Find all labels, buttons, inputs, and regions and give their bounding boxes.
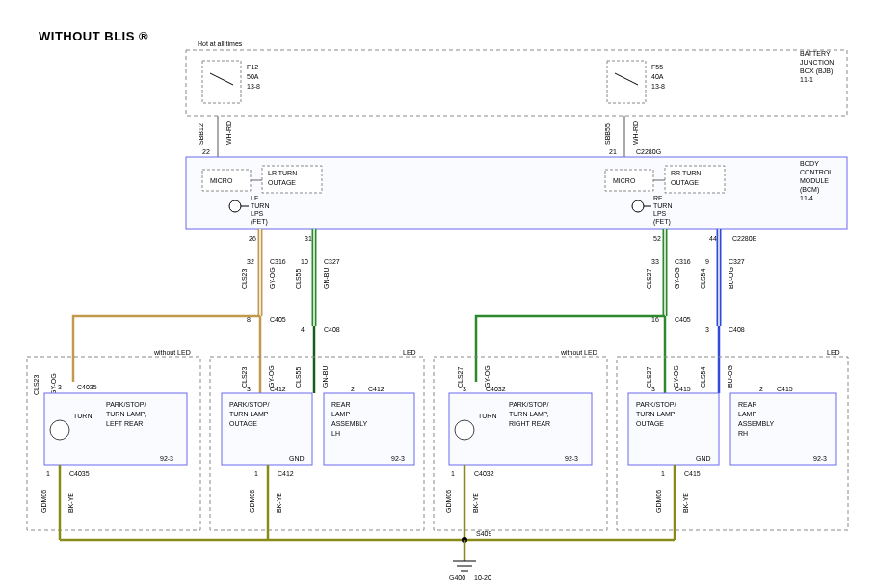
svg-text:GDM06: GDM06 xyxy=(445,490,452,513)
svg-text:32: 32 xyxy=(247,258,254,265)
svg-text:PARK/STOP/: PARK/STOP/ xyxy=(509,401,548,408)
svg-point-26 xyxy=(229,200,241,212)
svg-text:BU-OG: BU-OG xyxy=(728,267,734,289)
svg-text:CLS54: CLS54 xyxy=(700,268,706,289)
svg-text:LED: LED xyxy=(827,349,840,356)
svg-text:GN-BU: GN-BU xyxy=(322,365,329,388)
svg-text:TURN LAMP: TURN LAMP xyxy=(229,411,269,417)
svg-text:RF: RF xyxy=(653,195,662,201)
svg-text:LAMP: LAMP xyxy=(331,411,350,417)
svg-text:C2280E: C2280E xyxy=(732,235,757,242)
svg-text:OUTAGE: OUTAGE xyxy=(268,179,296,186)
svg-text:CONTROL: CONTROL xyxy=(800,169,833,175)
svg-text:PARK/STOP/: PARK/STOP/ xyxy=(229,401,269,408)
svg-text:TURN LAMP,: TURN LAMP, xyxy=(106,411,146,417)
svg-text:RR TURN: RR TURN xyxy=(671,170,701,176)
wire-cls55-top: CLS55 GN-BU 10 C327 4 C408 xyxy=(295,229,340,333)
svg-text:50A: 50A xyxy=(247,73,259,80)
svg-text:CLS23: CLS23 xyxy=(241,268,248,289)
zone-b: LED CLS23 GY-OG 3 C412 PARK/STOP/ TURN L… xyxy=(210,349,424,540)
bjb-label-1: BATTERY xyxy=(800,50,831,57)
svg-text:22: 22 xyxy=(202,148,210,155)
bjb-outline xyxy=(186,50,847,116)
svg-text:C412: C412 xyxy=(368,386,384,392)
svg-text:C415: C415 xyxy=(777,386,793,392)
svg-text:40A: 40A xyxy=(651,73,664,80)
svg-text:MICRO: MICRO xyxy=(613,177,636,184)
svg-text:13-8: 13-8 xyxy=(651,83,665,90)
svg-text:GDM06: GDM06 xyxy=(655,490,662,513)
hot-note: Hot at all times xyxy=(198,40,243,47)
svg-text:C316: C316 xyxy=(270,258,286,265)
svg-text:C415: C415 xyxy=(675,386,691,392)
svg-text:LF: LF xyxy=(251,195,258,201)
svg-text:GND: GND xyxy=(289,455,305,462)
svg-text:OUTAGE: OUTAGE xyxy=(636,420,664,427)
svg-text:C405: C405 xyxy=(675,316,691,323)
svg-text:TURN: TURN xyxy=(478,413,496,419)
w-sbb12-c: WH-RD xyxy=(225,121,232,145)
svg-point-91 xyxy=(50,420,69,440)
svg-text:GY-OG: GY-OG xyxy=(674,267,680,289)
svg-text:13-8: 13-8 xyxy=(247,83,260,90)
svg-rect-0 xyxy=(202,61,241,103)
svg-text:C327: C327 xyxy=(729,258,745,265)
svg-text:(FET): (FET) xyxy=(251,218,268,226)
svg-text:92-3: 92-3 xyxy=(813,455,827,462)
svg-text:MODULE: MODULE xyxy=(800,177,829,184)
wire-cls23-top: CLS23 GY-OG 32 C316 8 C405 xyxy=(241,229,286,323)
svg-text:without LED: without LED xyxy=(560,349,597,356)
svg-text:CLS27: CLS27 xyxy=(646,268,652,289)
svg-text:F12: F12 xyxy=(247,64,258,70)
svg-text:GY-OG: GY-OG xyxy=(673,365,679,388)
svg-text:3: 3 xyxy=(705,326,709,333)
bjb-label-3: BOX (BJB) xyxy=(800,67,833,75)
bjb-ref: 11-1 xyxy=(800,76,813,83)
svg-text:C408: C408 xyxy=(324,326,340,333)
svg-text:C412: C412 xyxy=(270,386,286,392)
svg-text:GDM06: GDM06 xyxy=(40,490,47,513)
svg-text:C4032: C4032 xyxy=(474,470,494,477)
svg-text:C316: C316 xyxy=(675,258,691,265)
w-sbb55: SBB55 xyxy=(604,123,611,145)
svg-text:OUTAGE: OUTAGE xyxy=(671,179,699,186)
svg-point-38 xyxy=(632,200,644,212)
svg-text:92-3: 92-3 xyxy=(391,455,405,462)
svg-text:44: 44 xyxy=(709,235,717,242)
svg-text:3: 3 xyxy=(58,384,62,390)
svg-text:REAR: REAR xyxy=(738,401,756,408)
svg-text:C412: C412 xyxy=(278,470,294,477)
svg-text:21: 21 xyxy=(609,148,617,155)
svg-point-135 xyxy=(455,420,474,440)
svg-text:C4035: C4035 xyxy=(69,470,90,477)
svg-text:C415: C415 xyxy=(684,470,701,477)
svg-text:BODY: BODY xyxy=(800,160,819,167)
svg-text:3: 3 xyxy=(651,386,655,392)
fuse-f55: F55 40A 13-8 xyxy=(607,61,665,103)
svg-text:1: 1 xyxy=(46,470,50,477)
svg-text:CLS23: CLS23 xyxy=(33,374,40,395)
svg-text:GY-OG: GY-OG xyxy=(269,267,276,289)
svg-text:92-3: 92-3 xyxy=(160,455,173,462)
svg-text:33: 33 xyxy=(651,258,659,265)
wire-cls27-top: CLS27 GY-OG 33 C316 16 C405 xyxy=(646,229,691,323)
svg-text:BK-YE: BK-YE xyxy=(276,493,282,513)
svg-text:without LED: without LED xyxy=(153,349,191,356)
svg-text:CLS27: CLS27 xyxy=(457,366,464,388)
wiring-diagram: WITHOUT BLIS ® Hot at all times BATTERY … xyxy=(0,0,875,588)
svg-text:CLS54: CLS54 xyxy=(700,366,706,388)
svg-text:GY-OG: GY-OG xyxy=(268,365,275,388)
svg-text:26: 26 xyxy=(249,235,256,242)
svg-text:TURN: TURN xyxy=(653,202,672,209)
svg-text:C327: C327 xyxy=(324,258,340,265)
svg-text:LPS: LPS xyxy=(653,210,667,217)
svg-text:GDM06: GDM06 xyxy=(249,490,255,513)
svg-text:9: 9 xyxy=(705,258,709,265)
svg-text:C4032: C4032 xyxy=(486,386,506,392)
svg-text:CLS23: CLS23 xyxy=(241,366,248,388)
svg-text:C4035: C4035 xyxy=(77,384,97,390)
svg-text:PARK/STOP/: PARK/STOP/ xyxy=(636,401,676,408)
svg-text:GND: GND xyxy=(696,455,711,462)
svg-text:3: 3 xyxy=(463,386,466,392)
page-title: WITHOUT BLIS ® xyxy=(39,29,148,43)
